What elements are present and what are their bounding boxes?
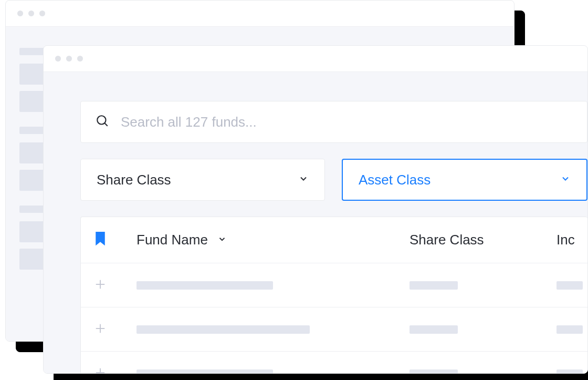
traffic-dot xyxy=(28,11,34,16)
foreground-window: Search all 127 funds... Share Class Asse… xyxy=(43,45,588,374)
skeleton-cell xyxy=(410,369,458,374)
funds-table: Fund Name Share Class Inc xyxy=(80,217,587,374)
table-row xyxy=(81,307,587,352)
skeleton-cell xyxy=(410,325,458,334)
main-content: Search all 127 funds... Share Class Asse… xyxy=(44,72,587,373)
bookmark-icon[interactable] xyxy=(94,232,106,249)
skeleton-cell xyxy=(556,369,583,374)
skeleton-cell xyxy=(556,281,583,290)
plus-icon[interactable] xyxy=(94,279,106,292)
traffic-dot xyxy=(77,56,83,61)
svg-point-0 xyxy=(97,116,106,124)
asset-class-dropdown[interactable]: Asset Class xyxy=(342,159,587,201)
table-header-row: Fund Name Share Class Inc xyxy=(81,217,587,263)
chevron-down-icon xyxy=(298,173,309,186)
plus-icon[interactable] xyxy=(94,367,106,374)
dropdown-label: Share Class xyxy=(97,172,171,188)
skeleton-cell xyxy=(136,281,273,290)
traffic-dot xyxy=(55,56,61,61)
titlebar-back xyxy=(6,1,514,27)
traffic-dot xyxy=(17,11,23,16)
table-row xyxy=(81,263,587,307)
column-header-fund-name[interactable]: Fund Name xyxy=(136,232,208,248)
skeleton-cell xyxy=(136,369,273,374)
skeleton-cell xyxy=(556,325,583,334)
search-placeholder: Search all 127 funds... xyxy=(121,114,257,130)
svg-line-1 xyxy=(104,123,107,126)
skeleton-cell xyxy=(410,281,458,290)
titlebar-front xyxy=(44,46,587,72)
column-header-share-class[interactable]: Share Class xyxy=(410,232,484,248)
column-header-inc[interactable]: Inc xyxy=(556,232,575,248)
table-row xyxy=(81,352,587,374)
filters-row: Share Class Asset Class xyxy=(80,159,587,201)
chevron-down-icon xyxy=(560,173,571,186)
chevron-down-icon[interactable] xyxy=(217,234,227,246)
share-class-dropdown[interactable]: Share Class xyxy=(80,159,325,201)
skeleton-cell xyxy=(136,325,310,334)
dropdown-label: Asset Class xyxy=(359,172,430,188)
traffic-dot xyxy=(66,56,72,61)
search-icon xyxy=(96,114,109,130)
traffic-dot xyxy=(39,11,45,16)
plus-icon[interactable] xyxy=(94,323,106,336)
search-input[interactable]: Search all 127 funds... xyxy=(80,101,587,143)
